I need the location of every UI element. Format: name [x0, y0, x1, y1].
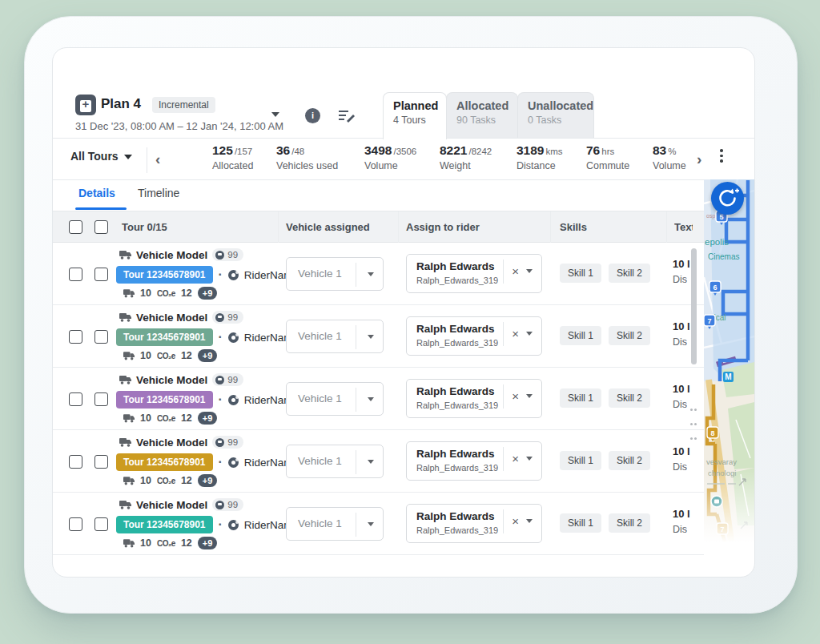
more-count-badge[interactable]: +9 [198, 349, 218, 362]
chevron-down-icon [526, 519, 533, 523]
select-all-checkbox-2[interactable] [94, 220, 108, 234]
tour-id-chip[interactable]: Tour 12345678901 [116, 328, 213, 346]
tab-unallocated[interactable]: Unallocated 0 Tasks [517, 92, 594, 138]
co2-icon: CO₂e [157, 414, 175, 423]
row-checkbox-2[interactable] [94, 517, 108, 531]
co2-icon: CO₂e [157, 539, 175, 548]
skill-chip: Skill 1 [560, 264, 601, 283]
plan-type-badge: Incremental [152, 97, 215, 113]
map-panel[interactable]: M osp epolis Cine [704, 179, 754, 553]
chevron-down-icon [368, 522, 374, 526]
tour-id-chip[interactable]: Tour 12345678901 [116, 391, 213, 409]
more-options-icon[interactable] [720, 149, 723, 165]
vehicle-truck-icon [119, 501, 131, 509]
capacity-badge: 99 [212, 248, 243, 261]
rider-select[interactable]: Ralph Edwards Ralph_Edwards_319 × [406, 504, 542, 543]
stat-distance: 3189kms Distance [517, 143, 563, 171]
tab-planned[interactable]: Planned 4 Tours [383, 92, 447, 139]
row-checkbox-2[interactable] [94, 455, 108, 469]
row-checkbox-2[interactable] [94, 268, 108, 281]
vehicle-select[interactable]: Vehicle 1 [286, 257, 384, 291]
skill-chip: Skill 1 [560, 326, 601, 345]
tour-id-chip[interactable]: Tour 12345678901 [116, 453, 213, 471]
row-checkbox-2[interactable] [94, 392, 108, 406]
vehicle-select-value: Vehicle 1 [298, 392, 342, 405]
rider-avatar-icon [228, 457, 239, 468]
clear-rider-icon[interactable]: × [512, 453, 519, 465]
clear-rider-icon[interactable]: × [512, 328, 519, 340]
skill-chip: Skill 2 [609, 451, 650, 470]
tour-id-chip[interactable]: Tour 12345678901 [116, 266, 213, 284]
more-count-badge[interactable]: +9 [198, 412, 218, 425]
edit-notes-icon[interactable] [338, 109, 356, 123]
clear-rider-icon[interactable]: × [512, 265, 519, 277]
select-all-checkbox-1[interactable] [69, 220, 82, 234]
vehicle-select-value: Vehicle 1 [298, 330, 342, 342]
capacity-badge: 99 [212, 311, 243, 324]
rider-select-username: Ralph_Edwards_319 [416, 525, 498, 535]
truck-count-value: 10 [140, 288, 151, 299]
text-field-value: 10 l [673, 258, 691, 270]
col-header-text: Text Field [674, 221, 693, 233]
co2-icon: CO₂e [157, 477, 175, 485]
svg-text:8: 8 [710, 429, 714, 437]
tour-id-chip[interactable]: Tour 12345678901 [116, 516, 213, 533]
rider-select-name: Ralph Edwards [416, 260, 495, 272]
vehicle-select[interactable]: Vehicle 1 [286, 382, 384, 416]
plan-dropdown-caret-icon[interactable] [271, 112, 279, 117]
rider-select-name: Ralph Edwards [416, 323, 495, 335]
tab-allocated[interactable]: Allocated 90 Tasks [446, 92, 518, 138]
stats-scroll-left-icon[interactable]: ‹ [155, 151, 160, 167]
rider-select[interactable]: Ralph Edwards Ralph_Edwards_319 × [406, 379, 542, 418]
text-field-sub: Dis [673, 336, 691, 348]
row-checkbox-2[interactable] [94, 330, 108, 344]
more-count-badge[interactable]: +9 [198, 474, 218, 487]
row-checkbox-1[interactable] [69, 268, 82, 281]
more-count-badge[interactable]: +9 [198, 537, 218, 549]
text-field-cell: 10 l Dis [673, 445, 691, 473]
text-field-value: 10 l [673, 508, 691, 520]
tab-details[interactable]: Details [78, 187, 115, 199]
stat-allocated: 125/157 Allocated [212, 143, 253, 171]
tab-timeline[interactable]: Timeline [138, 187, 179, 199]
capacity-value: 99 [227, 312, 238, 322]
stats-scroll-right-icon[interactable]: › [697, 151, 701, 167]
info-icon[interactable]: i [305, 108, 320, 123]
app-window: Plan 4 Incremental 31 Dec '23, 08:00 AM … [52, 47, 755, 578]
rider-select-username: Ralph_Edwards_319 [416, 463, 498, 473]
divider [356, 513, 356, 537]
skill-chip: Skill 2 [609, 388, 650, 408]
plan-status-tabs: Planned 4 Tours Allocated 90 Tasks Unall… [383, 92, 593, 139]
stat-volume-pct: 83% Volume [653, 143, 694, 171]
vehicle-model-label: Vehicle Model [136, 312, 207, 324]
active-tab-underline [75, 207, 127, 210]
row-checkbox-1[interactable] [69, 455, 82, 469]
clear-rider-icon[interactable]: × [512, 515, 519, 527]
text-field-sub: Dis [673, 524, 691, 535]
panel-drag-handle-icon[interactable] [690, 403, 698, 446]
row-checkbox-1[interactable] [69, 392, 82, 406]
plan-icon [75, 95, 96, 115]
rider-select[interactable]: Ralph Edwards Ralph_Edwards_319 × [406, 316, 542, 356]
stat-volume: 3498/3506 Volume [364, 143, 416, 171]
row-checkbox-1[interactable] [69, 517, 82, 531]
rider-select-name: Ralph Edwards [416, 510, 495, 522]
more-count-badge[interactable]: +9 [198, 287, 218, 300]
table-row: Vehicle Model 99 Tour 12345678901 · Ride… [53, 430, 704, 493]
vehicle-select[interactable]: Vehicle 1 [286, 320, 384, 353]
text-field-sub: Dis [673, 399, 691, 410]
map-fade [704, 468, 754, 553]
table-scrollbar[interactable] [691, 248, 697, 364]
tour-filter-dropdown[interactable]: All Tours [70, 150, 132, 163]
vehicle-select[interactable]: Vehicle 1 [286, 445, 384, 478]
vehicle-select[interactable]: Vehicle 1 [286, 507, 384, 541]
chevron-down-icon [526, 332, 533, 336]
row-checkbox-1[interactable] [69, 330, 82, 344]
map-refresh-button[interactable] [711, 182, 744, 215]
clear-rider-icon[interactable]: × [512, 390, 519, 402]
stat-tours-clipped: 0/40 Tours [171, 48, 198, 96]
rider-select[interactable]: Ralph Edwards Ralph_Edwards_319 × [406, 441, 542, 481]
rider-select[interactable]: Ralph Edwards Ralph_Edwards_319 × [406, 254, 542, 293]
table-row: Vehicle Model 99 Tour 12345678901 · Ride… [53, 305, 704, 368]
skills-cell: Skill 1 Skill 2 [560, 513, 650, 533]
